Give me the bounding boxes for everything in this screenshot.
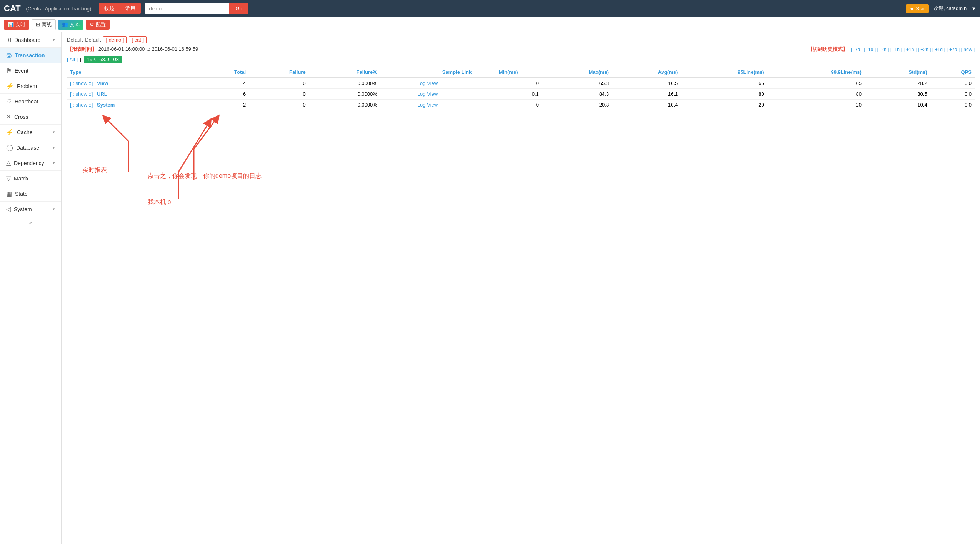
sample-link-1[interactable]: Log View xyxy=(380,89,475,100)
table-col-99-9line-ms-: 99.9Line(ms) xyxy=(767,67,865,78)
table-col-failure-: Failure% xyxy=(309,67,380,78)
config-button[interactable]: ⚙ 配置 xyxy=(86,20,110,30)
offline-button[interactable]: ⊞ 离线 xyxy=(32,19,56,30)
line95-cell-1: 80 xyxy=(681,89,767,100)
sidebar-item-cache[interactable]: ⚡ Cache ▾ xyxy=(0,125,61,140)
time-nav-link-0[interactable]: [ -7d ] xyxy=(851,47,863,52)
show-link-1[interactable]: [:: show ::] xyxy=(70,91,93,97)
sidebar-item-dashboard[interactable]: ⊞ Dashboard ▾ xyxy=(0,32,61,48)
ip-bracket-open: [ xyxy=(80,57,82,62)
config-label: 配置 xyxy=(96,21,106,28)
app-subtitle: (Central Application Tracking) xyxy=(26,6,92,12)
time-nav-link-5[interactable]: [ +2h ] xyxy=(918,47,931,52)
gear-icon: ⚙ xyxy=(90,22,94,27)
ip-address[interactable]: 192.168.0.108 xyxy=(84,56,122,63)
sidebar-item-database[interactable]: ◯ Database ▾ xyxy=(0,140,61,155)
time-value: 2016-06-01 16:00:00 to 2016-06-01 16:59:… xyxy=(98,46,198,52)
sidebar-item-problem[interactable]: ⚡ Problem xyxy=(0,78,61,94)
table-col-total: Total xyxy=(202,67,249,78)
user-dropdown-icon[interactable]: ▼ xyxy=(971,6,976,12)
breadcrumb-demo-link[interactable]: [ demo ] xyxy=(103,36,127,43)
sidebar: ⊞ Dashboard ▾ ◎ Transaction ⚑ Event ⚡ Pr… xyxy=(0,32,62,544)
go-button[interactable]: Go xyxy=(229,3,248,14)
type-link-1[interactable]: URL xyxy=(97,91,107,97)
annotation-realtime: 实时报表 xyxy=(82,166,107,174)
qps-cell-0: 0.0 xyxy=(930,78,975,89)
text-icon: 👥 xyxy=(62,22,68,27)
table-col-min-ms-: Min(ms) xyxy=(475,67,542,78)
main-layout: ⊞ Dashboard ▾ ◎ Transaction ⚑ Event ⚡ Pr… xyxy=(0,32,980,544)
sidebar-icon-cross: ✕ xyxy=(6,113,11,120)
time-nav-link-7[interactable]: [ +7d ] xyxy=(947,47,960,52)
sidebar-item-matrix[interactable]: ▽ Matrix xyxy=(0,171,61,186)
sidebar-collapse-button[interactable]: « xyxy=(0,217,61,229)
sidebar-icon-state: ▦ xyxy=(6,190,12,197)
type-link-2[interactable]: System xyxy=(97,102,115,108)
all-filter-link[interactable]: [ All ] xyxy=(67,57,78,62)
search-input[interactable] xyxy=(145,3,229,14)
table-col-std-ms-: Std(ms) xyxy=(865,67,930,78)
chevron-down-icon: ▾ xyxy=(53,207,55,212)
failure-cell-2: 0 xyxy=(249,100,308,110)
sidebar-label-heartbeat: Heartbeat xyxy=(15,98,38,105)
common-button[interactable]: 常用 xyxy=(120,3,141,14)
type-link-0[interactable]: View xyxy=(97,80,108,86)
time-nav-link-6[interactable]: [ +1d ] xyxy=(932,47,945,52)
sidebar-item-heartbeat[interactable]: ♡ Heartbeat xyxy=(0,94,61,109)
sidebar-label-event: Event xyxy=(15,68,28,74)
show-link-2[interactable]: [:: show ::] xyxy=(70,102,93,108)
avg-cell-2: 10.4 xyxy=(612,100,681,110)
text-button[interactable]: 👥 文本 xyxy=(58,20,83,30)
sidebar-label-problem: Problem xyxy=(17,83,37,89)
transaction-table: TypeTotalFailureFailure%Sample LinkMin(m… xyxy=(67,67,975,110)
table-row: [:: show ::] System 2 0 0.0000% Log View… xyxy=(67,100,975,110)
hist-label: 【切到历史模式】 xyxy=(808,46,848,53)
ip-bracket-close: ] xyxy=(124,57,126,62)
realtime-button[interactable]: 📊 实时 xyxy=(4,20,29,30)
sidebar-item-cross[interactable]: ✕ Cross xyxy=(0,109,61,125)
search-area: Go xyxy=(145,3,283,14)
chevron-down-icon: ▾ xyxy=(53,130,55,135)
time-info: 【报表时间】 2016-06-01 16:00:00 to 2016-06-01… xyxy=(67,46,198,53)
sidebar-icon-matrix: ▽ xyxy=(6,175,11,182)
star-button[interactable]: ★ Star xyxy=(906,4,929,13)
sidebar-item-dependency[interactable]: △ Dependency ▾ xyxy=(0,155,61,171)
line999-cell-0: 65 xyxy=(767,78,865,89)
collapse-button[interactable]: 收起 xyxy=(99,3,120,14)
time-nav-link-1[interactable]: [ -1d ] xyxy=(864,47,876,52)
star-label: Star xyxy=(916,6,925,12)
sidebar-item-event[interactable]: ⚑ Event xyxy=(0,63,61,78)
sidebar-item-state[interactable]: ▦ State xyxy=(0,186,61,202)
sidebar-icon-database: ◯ xyxy=(6,144,13,151)
sample-link-2[interactable]: Log View xyxy=(380,100,475,110)
sidebar-label-dependency: Dependency xyxy=(14,160,44,166)
avg-cell-1: 16.1 xyxy=(612,89,681,100)
realtime-label: 实时 xyxy=(15,21,25,28)
std-cell-0: 28.2 xyxy=(865,78,930,89)
show-link-0[interactable]: [:: show ::] xyxy=(70,80,93,86)
sidebar-item-transaction[interactable]: ◎ Transaction xyxy=(0,48,61,63)
sidebar-label-matrix: Matrix xyxy=(14,175,28,182)
time-nav-link-2[interactable]: [ -2h ] xyxy=(877,47,889,52)
line999-cell-2: 20 xyxy=(767,100,865,110)
time-nav-link-4[interactable]: [ +1h ] xyxy=(903,47,917,52)
sidebar-label-system: System xyxy=(14,206,32,212)
sidebar-label-state: State xyxy=(15,191,28,197)
time-navigation: 【切到历史模式】 [ -7d ] [ -1d ] [ -2h ] [ -1h ]… xyxy=(808,46,975,53)
sidebar-icon-cache: ⚡ xyxy=(6,128,14,136)
top-right-area: ★ Star 欢迎, catadmin ▼ xyxy=(906,4,976,13)
time-nav-link-8[interactable]: [ now ] xyxy=(961,47,975,52)
sidebar-label-dashboard: Dashboard xyxy=(14,37,41,43)
sample-link-0[interactable]: Log View xyxy=(380,78,475,89)
time-label: 【报表时间】 xyxy=(67,46,97,52)
time-row: 【报表时间】 2016-06-01 16:00:00 to 2016-06-01… xyxy=(67,46,975,53)
chevron-down-icon: ▾ xyxy=(53,160,55,165)
breadcrumb-cat-link[interactable]: [ cat ] xyxy=(129,36,147,43)
time-nav-link-3[interactable]: [ -1h ] xyxy=(890,47,902,52)
min-cell-1: 0.1 xyxy=(475,89,542,100)
sidebar-item-system[interactable]: ◁ System ▾ xyxy=(0,202,61,217)
sidebar-label-cache: Cache xyxy=(17,129,32,135)
line95-cell-0: 65 xyxy=(681,78,767,89)
qps-cell-1: 0.0 xyxy=(930,89,975,100)
annotation-click-demo: 点击之，你会发现，你的demo项目的日志 xyxy=(148,172,262,180)
